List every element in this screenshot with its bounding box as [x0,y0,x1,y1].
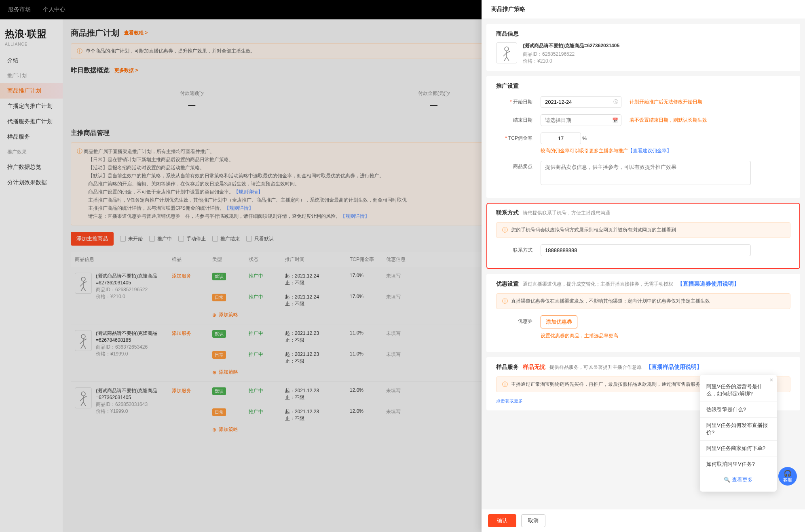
confirm-button[interactable]: 确认 [488,514,516,527]
nav-item-broadcast-plan[interactable]: 代播服务推广计划 [0,114,63,129]
help-item[interactable]: 如何取消阿里V任务? [700,456,777,472]
start-hint: 计划开始推广后无法修改开始日期 [630,96,702,105]
rate-text: 11.0% [350,351,386,365]
topbar-market[interactable]: 服务市场 [8,6,31,13]
add-coupon-button[interactable]: 添加优惠券 [541,315,577,328]
sample-sub: 提供样品服务，可以显著提升主播合作意愿 [549,364,642,371]
sample-badge: 样品无忧 [523,364,545,371]
contact-section: 联系方式请您提供联系手机号，方便主播跟您沟通 ⓘ 您的手机号码会以虚拟号码方式展… [486,203,800,269]
rate-suggest-link[interactable]: 【查看建议佣金率】 [628,148,672,154]
help-item[interactable]: 阿里V任务的运营号是什么，如何绑定/解绑? [700,379,777,402]
col-header: 优惠信息 [386,256,427,263]
add-service-link[interactable]: 添加服务 [172,330,191,336]
help-icon[interactable]: ⃝? [447,91,450,97]
product-price: 价格：¥1999.0 [96,408,172,415]
coupon-text: 未填写 [386,351,427,365]
filter-ended[interactable]: 推广结束 [212,236,240,242]
end-date-input[interactable] [541,114,621,126]
help-icon[interactable]: ⃝? [201,91,204,97]
help-more[interactable]: 🔍 查看更多 [700,472,777,488]
product-thumb [75,330,92,351]
col-header: 推广时间 [285,256,350,263]
filter-stopped[interactable]: 手动停止 [178,236,206,242]
status-text: 推广中 [249,387,285,401]
svg-point-2 [81,392,85,396]
sellpoint-label: 商品卖点 [496,161,532,170]
nav-item-anchor-plan[interactable]: 主播定向推广计划 [0,99,63,114]
rule-line: 请注意：直播渠道优惠券与普通店铺优惠券一样，均参与平行满减规则，请仔细阅读规则详… [88,213,340,219]
time-end: 止：不限 [285,337,350,344]
rule-detail-link[interactable]: 【规则详情】 [234,189,263,195]
rule-detail-link[interactable]: 【规则详情】 [224,205,254,211]
customer-service-button[interactable]: 🎧 客服 [778,467,797,486]
panel-product-id: 商品ID：626852196522 [523,51,619,58]
panel-setting-title: 推广设置 [496,82,790,90]
add-service-link[interactable]: 添加服务 [172,273,191,279]
page-tip: 单个商品的推广计划，可附加直播优惠券，提升推广效果，并对全部主播生效。 [86,48,256,55]
more-data-link[interactable]: 更多数据 > [114,67,138,74]
contact-sub: 请您提供联系手机号，方便主播跟您沟通 [523,210,610,217]
status-text: 推广中 [249,351,285,365]
status-text: 推广中 [249,330,285,344]
type-tag: 日常 [212,351,226,359]
help-more-label: 查看更多 [732,477,753,483]
topbar-center[interactable]: 个人中心 [43,6,65,13]
plus-icon: ⊕ [212,427,216,433]
time-start: 起：2021.12.23 [285,351,350,358]
help-item[interactable]: 热浪引擎是什么? [700,402,777,418]
clear-icon[interactable]: ⓧ [613,99,618,105]
status-text: 推广中 [249,273,285,286]
help-item[interactable]: 阿里V任务商家如何下单? [700,441,777,456]
nav-intro[interactable]: 介绍 [0,53,63,68]
stat-value: — [87,101,297,109]
sidebar: 热浪·联盟 ALLIANCE 介绍 推广计划 商品推广计划 主播定向推广计划 代… [0,19,63,532]
sample-doc-link[interactable]: 【直播样品使用说明】 [646,364,702,371]
rate-input[interactable] [541,132,581,144]
time-start: 起：2021.12.23 [285,408,350,415]
product-id: 商品ID：626852196522 [96,286,172,293]
nav-item-sample-service[interactable]: 样品服务 [0,129,63,145]
stat-label: 付款笔数 [180,90,199,97]
panel-product-price: 价格：¥210.0 [523,58,619,65]
nav-item-plan-data[interactable]: 分计划效果数据 [0,175,63,190]
cancel-button[interactable]: 取消 [521,514,545,527]
coupon-sub: 通过直播渠道优惠，提升成交转化；主播开播直接挂券，无需手动授权 [523,281,673,288]
logo-main: 热浪·联盟 [0,24,63,42]
svg-point-1 [81,334,85,339]
time-end: 止：不限 [285,280,350,286]
contact-input[interactable] [541,244,751,256]
info-icon: ⓘ [502,227,508,233]
coupon-label: 优惠券 [496,315,532,325]
add-product-button[interactable]: 添加主推商品 [71,232,114,246]
product-price: 价格：¥1999.0 [96,351,172,357]
filter-promoting[interactable]: 推广中 [149,236,172,242]
coupon-doc-link[interactable]: 【直播渠道券使用说明】 [677,280,740,288]
rate-text: 17.0% [350,294,386,307]
rule-line: 主推推广商品的统计详情，以与淘宝联盟CPS佣金的统计详情。 [88,205,224,211]
nav-plan-header: 推广计划 [0,68,63,83]
product-thumb [496,42,517,63]
rate-text: 17.0% [350,273,386,286]
add-service-link[interactable]: 添加服务 [172,388,191,393]
start-date-input[interactable] [541,96,621,108]
nav-item-data-overview[interactable]: 推广数据总览 [0,160,63,175]
tutorial-link[interactable]: 查看教程 > [124,29,148,36]
calendar-icon[interactable]: 📅 [612,118,618,123]
product-thumb [75,387,92,408]
coupon-hint: 设置优惠券的商品，主播选品率更高 [541,332,618,339]
nav-item-product-plan[interactable]: 商品推广计划 [0,83,63,99]
status-text: 推广中 [249,408,285,422]
page-title: 商品推广计划 [71,27,119,38]
close-icon[interactable]: ✕ [769,377,773,383]
sellpoint-input[interactable] [541,161,751,185]
rule-detail-link[interactable]: 【规则详情】 [340,213,370,219]
filter-default-only[interactable]: 只看默认 [246,236,274,242]
info-icon: ⓘ [77,148,82,154]
col-header: TCP佣金率 [350,256,386,263]
plus-icon: ⊕ [212,370,216,375]
help-item[interactable]: 阿里V任务如何发布直播报价? [700,418,777,441]
headset-icon: 🎧 [784,469,792,477]
plus-icon: ⊕ [212,312,216,318]
col-header: 样品 [172,256,212,263]
filter-notstarted[interactable]: 未开始 [120,236,143,242]
